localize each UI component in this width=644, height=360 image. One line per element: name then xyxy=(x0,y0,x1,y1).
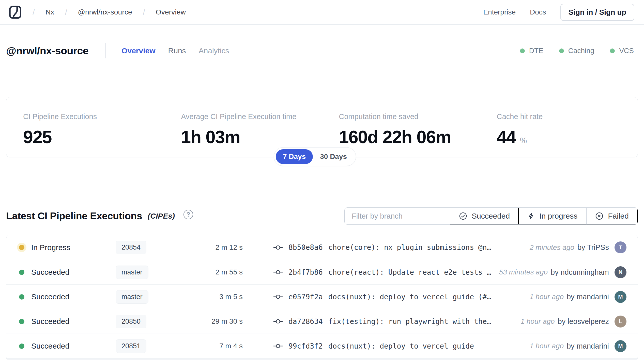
table-row[interactable]: In Progress 20854 2 m 12 s 8b50e8a6 chor… xyxy=(6,235,638,260)
duration: 7 m 4 s xyxy=(179,342,243,350)
tab-analytics[interactable]: Analytics xyxy=(199,46,229,55)
timestamp: 53 minutes ago xyxy=(499,268,548,276)
breadcrumb-separator: / xyxy=(33,8,35,17)
workspace-title: @nrwl/nx-source xyxy=(6,45,88,57)
feature-caching: Caching xyxy=(559,47,594,55)
avatar[interactable]: N xyxy=(615,266,626,278)
breadcrumb: / Nx / @nrwl/nx-source / Overview xyxy=(9,5,186,19)
author: by ndcunningham xyxy=(551,268,609,276)
percent-suffix: % xyxy=(520,136,527,145)
stat-cache-hit-rate: Cache hit rate 44 % xyxy=(480,97,638,157)
status-cell: Succeeded xyxy=(19,317,116,326)
commit-hash[interactable]: da728634 xyxy=(288,317,323,326)
workspace-bar: @nrwl/nx-source Overview Runs Analytics … xyxy=(0,41,644,61)
timestamp: 2 minutes ago xyxy=(530,243,574,252)
author: by TriPSs xyxy=(577,243,609,252)
cipes-title-wrap: Latest CI Pipeline Executions (CIPEs) ? xyxy=(6,210,193,222)
avatar[interactable]: L xyxy=(615,316,626,328)
branch-badge[interactable]: 20851 xyxy=(116,339,146,353)
commit-hash[interactable]: e0579f2a xyxy=(288,293,323,301)
in-progress-dot-icon xyxy=(19,245,24,250)
commit-cell: 8b50e8a6 chore(core): nx plugin submissi… xyxy=(273,243,522,252)
meta-cell: 2 minutes ago by TriPSs T xyxy=(530,241,626,253)
commit-hash[interactable]: 8b50e8a6 xyxy=(288,243,323,252)
bolt-icon xyxy=(527,212,535,220)
feature-vcs: VCS xyxy=(610,47,634,55)
commit-hash[interactable]: 99cfd3f2 xyxy=(288,342,323,350)
table-row[interactable]: Succeeded master 2 m 55 s 2b4f7b86 chore… xyxy=(6,260,638,284)
commit-hash[interactable]: 2b4f7b86 xyxy=(288,268,323,276)
timestamp: 1 hour ago xyxy=(530,342,564,350)
git-commit-icon xyxy=(273,269,283,275)
top-nav: Enterprise Docs Sign in / Sign up xyxy=(483,4,634,21)
commit-cell: e0579f2a docs(nuxt): deploy to vercel gu… xyxy=(273,293,522,301)
meta-cell: 1 hour ago by mandarini M xyxy=(530,340,626,352)
toggle-30-days[interactable]: 30 Days xyxy=(313,149,354,164)
meta-cell: 1 hour ago by mandarini M xyxy=(530,291,626,303)
succeeded-dot-icon xyxy=(19,319,24,324)
help-question-icon[interactable]: ? xyxy=(183,210,193,219)
table-row[interactable]: Succeeded 20851 7 m 4 s 99cfd3f2 docs(nu… xyxy=(6,334,638,358)
status-cell: Succeeded xyxy=(19,342,116,350)
stats-card: CI Pipeline Executions 925 Average CI Pi… xyxy=(6,97,638,157)
stat-value: 925 xyxy=(23,127,164,147)
commit-message: docs(nuxt): deploy to vercel guide (#… xyxy=(328,293,491,301)
filter-succeeded-button[interactable]: Succeeded xyxy=(450,208,519,224)
duration: 3 m 5 s xyxy=(179,293,243,301)
commit-cell: da728634 fix(testing): run playwright wi… xyxy=(273,317,513,326)
green-status-dot-icon xyxy=(559,48,564,53)
commit-message: chore(core): nx plugin submissions @n… xyxy=(328,243,491,252)
stat-ci-pipeline-executions: CI Pipeline Executions 925 xyxy=(6,97,164,157)
branch-badge[interactable]: master xyxy=(116,290,148,304)
tab-runs[interactable]: Runs xyxy=(168,46,186,55)
status-cell: Succeeded xyxy=(19,268,116,276)
succeeded-dot-icon xyxy=(19,343,24,349)
succeeded-dot-icon xyxy=(19,270,24,275)
cipes-table: In Progress 20854 2 m 12 s 8b50e8a6 chor… xyxy=(6,235,638,360)
stat-value: 160d 22h 06m xyxy=(339,127,480,147)
branch-badge[interactable]: 20850 xyxy=(116,315,146,328)
workspace-features: DTE Caching VCS xyxy=(503,43,634,58)
avatar[interactable]: M xyxy=(615,291,626,303)
x-circle-icon xyxy=(595,212,604,220)
branch-filter-input[interactable] xyxy=(345,208,450,224)
sign-in-button[interactable]: Sign in / Sign up xyxy=(560,4,634,21)
breadcrumb-item-overview[interactable]: Overview xyxy=(156,8,186,16)
commit-message: chore(react): Update react e2e tests … xyxy=(328,268,491,276)
green-status-dot-icon xyxy=(610,48,615,53)
branch-badge[interactable]: master xyxy=(116,266,148,279)
breadcrumb-item-nx[interactable]: Nx xyxy=(45,8,54,16)
avatar[interactable]: M xyxy=(615,340,626,352)
meta-cell: 53 minutes ago by ndcunningham N xyxy=(499,266,626,278)
top-header: / Nx / @nrwl/nx-source / Overview Enterp… xyxy=(0,0,644,25)
check-circle-icon xyxy=(459,212,467,220)
table-row[interactable]: Succeeded master 3 m 5 s e0579f2a docs(n… xyxy=(6,284,638,309)
duration: 29 m 30 s xyxy=(179,317,243,325)
filter-in-progress-button[interactable]: In progress xyxy=(519,208,586,224)
stat-value: 1h 03m xyxy=(181,127,322,147)
table-row[interactable]: Succeeded 20850 29 m 30 s da728634 fix(t… xyxy=(6,309,638,334)
author: by mandarini xyxy=(567,342,609,350)
git-commit-icon xyxy=(273,318,283,325)
nx-cloud-logo-icon[interactable] xyxy=(9,5,22,19)
green-status-dot-icon xyxy=(520,48,525,53)
author: by leosvelperez xyxy=(558,317,609,326)
git-commit-icon xyxy=(273,343,283,349)
toggle-7-days[interactable]: 7 Days xyxy=(276,149,313,164)
timestamp: 1 hour ago xyxy=(530,293,564,301)
commit-cell: 99cfd3f2 docs(nuxt): deploy to vercel gu… xyxy=(273,342,522,350)
filter-failed-button[interactable]: Failed xyxy=(586,208,638,224)
table-footer-strip xyxy=(6,358,638,360)
breadcrumb-separator: / xyxy=(143,8,145,17)
tab-overview[interactable]: Overview xyxy=(121,46,155,55)
enterprise-link[interactable]: Enterprise xyxy=(483,8,516,16)
docs-link[interactable]: Docs xyxy=(530,8,546,16)
branch-badge[interactable]: 20854 xyxy=(116,241,146,254)
commit-message: fix(testing): run playwright with the… xyxy=(328,317,491,326)
commit-message: docs(nuxt): deploy to vercel guide xyxy=(328,342,474,350)
breadcrumb-separator: / xyxy=(65,8,67,17)
cipes-subtitle: (CIPEs) xyxy=(148,212,175,220)
git-commit-icon xyxy=(273,293,283,300)
avatar[interactable]: T xyxy=(615,241,626,253)
breadcrumb-item-workspace[interactable]: @nrwl/nx-source xyxy=(78,8,132,16)
